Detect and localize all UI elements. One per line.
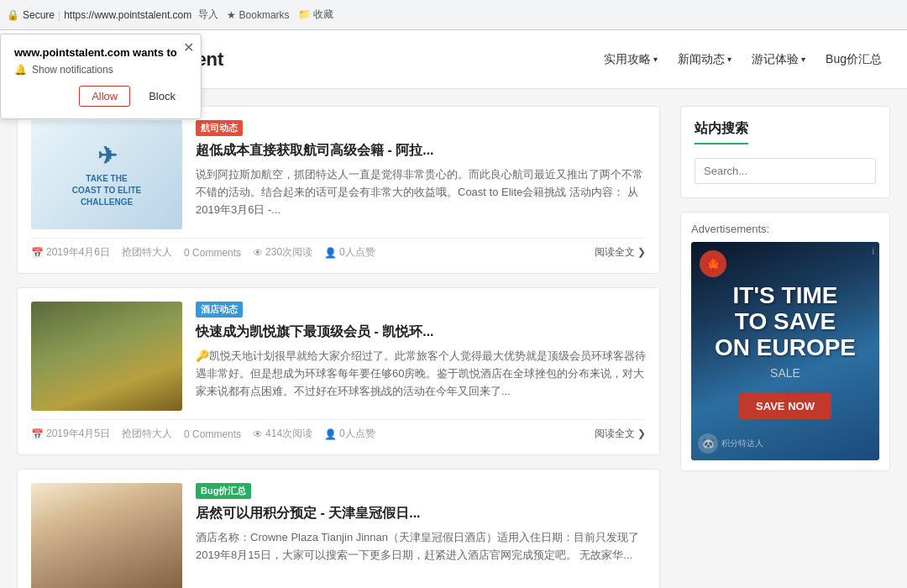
article-tag: Bug价汇总 — [196, 483, 251, 499]
bell-icon: 🔔 — [14, 64, 27, 76]
chevron-down-icon: ▾ — [801, 55, 805, 64]
article-card: Bug价汇总 居然可以用积分预定 - 天津皇冠假日... 酒店名称：Crowne… — [17, 469, 660, 588]
article-card: 酒店动态 快速成为凯悦旗下最顶级会员 - 凯悦环... 🔑凯悦天地计划很早就给大… — [17, 287, 660, 455]
article-tag: 航司动态 — [196, 120, 243, 136]
calendar-icon: 📅 — [31, 247, 44, 259]
article-views: 👁 414次阅读 — [253, 427, 312, 441]
calendar-icon: 📅 — [31, 428, 44, 440]
url-bar[interactable]: https://www.pointstalent.com — [64, 9, 191, 21]
article-title[interactable]: 居然可以用积分预定 - 天津皇冠假日... — [196, 504, 646, 522]
article-likes: 👤 0人点赞 — [324, 427, 375, 441]
content-area: ✈ TAKE THECOAST TO ELITECHALLENGE 航司动态 超… — [17, 106, 660, 588]
site-nav: 实用攻略 ▾ 新闻动态 ▾ 游记体验 ▾ Bug价汇总 — [604, 52, 882, 67]
article-tag: 酒店动态 — [196, 302, 243, 318]
eye-icon: 👁 — [253, 247, 263, 259]
sidebar: 站内搜索 Advertisements: 🍁 i IT'S TIMETO SAV… — [680, 106, 890, 588]
ad-logo-icon: 🍁 — [700, 250, 726, 277]
article-tags: Bug价汇总 — [196, 483, 646, 499]
ad-content: IT'S TIMETO SAVEON EUROPE SALE SAVE NOW — [706, 275, 864, 427]
article-body: 酒店动态 快速成为凯悦旗下最顶级会员 - 凯悦环... 🔑凯悦天地计划很早就给大… — [196, 302, 646, 411]
sidebar-search-title: 站内搜索 — [695, 120, 748, 144]
article-tags: 航司动态 — [196, 120, 646, 136]
plane-icon: ✈ — [97, 142, 117, 170]
allow-button[interactable]: Allow — [79, 86, 130, 107]
article-comments: 0 Comments — [184, 247, 241, 259]
chevron-down-icon: ▾ — [727, 55, 731, 64]
sidebar-search-widget: 站内搜索 — [680, 106, 890, 198]
article-body: Bug价汇总 居然可以用积分预定 - 天津皇冠假日... 酒店名称：Crowne… — [196, 483, 646, 588]
article-card: ✈ TAKE THECOAST TO ELITECHALLENGE 航司动态 超… — [17, 106, 660, 274]
ad-bottom-branding: 🐼 积分特达人 — [698, 433, 763, 454]
read-more-link[interactable]: 阅读全文 ❯ — [595, 245, 646, 260]
article-author: 抢团特大人 — [122, 427, 172, 441]
article-body: 航司动态 超低成本直接获取航司高级会籍 - 阿拉... 说到阿拉斯加航空，抓团特… — [196, 120, 646, 229]
article-excerpt: 酒店名称：Crowne Plaza Tianjin Jinnan（天津皇冠假日酒… — [196, 529, 646, 564]
notification-sub: 🔔 Show notifications — [14, 64, 187, 76]
article-tags: 酒店动态 — [196, 302, 646, 318]
article-footer: 📅 2019年4月5日 抢团特大人 0 Comments 👁 414次阅读 👤 … — [31, 419, 646, 441]
read-more-link[interactable]: 阅读全文 ❯ — [595, 427, 646, 441]
nav-item-travel[interactable]: 游记体验 ▾ — [752, 52, 805, 67]
favorites-label[interactable]: 📁 收藏 — [298, 8, 333, 22]
browser-secure-indicator: 🔒 Secure | https://www.pointstalent.com — [7, 9, 191, 21]
ad-sub: SALE — [715, 366, 856, 380]
article-thumbnail — [31, 302, 182, 411]
bookmarks-label[interactable]: ★ Bookmarks — [227, 9, 289, 21]
browser-bookmarks: 导入 ★ Bookmarks 📁 收藏 — [198, 8, 333, 22]
block-button[interactable]: Block — [137, 86, 187, 107]
nav-item-news[interactable]: 新闻动态 ▾ — [678, 52, 731, 67]
lock-icon: 🔒 — [7, 9, 19, 21]
article-excerpt: 🔑凯悦天地计划很早就给大家介绍过了。此常旅客个人觉得最大优势就是顶级会员环球客器… — [196, 348, 646, 400]
article-date: 📅 2019年4月5日 — [31, 427, 110, 441]
nav-item-strategies[interactable]: 实用攻略 ▾ — [604, 52, 658, 67]
article-excerpt: 说到阿拉斯加航空，抓团特达人一直是觉得非常贵心的。而此良心航司最近又推出了两个不… — [196, 166, 646, 218]
article-thumbnail: ✈ TAKE THECOAST TO ELITECHALLENGE — [31, 120, 182, 229]
ads-title: Advertisements: — [691, 223, 879, 235]
like-icon: 👤 — [324, 247, 337, 259]
article-date: 📅 2019年4月6日 — [31, 245, 110, 260]
article-title[interactable]: 超低成本直接获取航司高级会籍 - 阿拉... — [196, 141, 646, 160]
ad-bottom-icon: 🐼 — [698, 433, 718, 454]
article-thumbnail — [31, 483, 182, 588]
ad-indicator: i — [873, 247, 874, 256]
main-layout: ✈ TAKE THECOAST TO ELITECHALLENGE 航司动态 超… — [0, 89, 907, 588]
ad-cta-button[interactable]: SAVE NOW — [739, 393, 831, 419]
search-input[interactable] — [695, 158, 876, 184]
article-views: 👁 230次阅读 — [253, 245, 312, 260]
browser-chrome: 🔒 Secure | https://www.pointstalent.com … — [0, 0, 907, 30]
nav-item-bug[interactable]: Bug价汇总 — [826, 52, 882, 67]
ad-headline: IT'S TIMETO SAVEON EUROPE — [715, 283, 856, 360]
article-footer: 📅 2019年4月6日 抢团特大人 0 Comments 👁 230次阅读 👤 … — [31, 238, 646, 260]
secure-label: Secure — [23, 9, 55, 21]
article-comments: 0 Comments — [184, 428, 241, 440]
like-icon: 👤 — [324, 428, 337, 440]
notification-popup: ✕ www.pointstalent.com wants to 🔔 Show n… — [0, 34, 202, 119]
close-notification-button[interactable]: ✕ — [183, 39, 194, 55]
notification-title: www.pointstalent.com wants to — [14, 46, 187, 59]
eye-icon: 👁 — [253, 428, 263, 440]
article-likes: 👤 0人点赞 — [324, 245, 375, 260]
notification-buttons: Allow Block — [14, 86, 187, 107]
sidebar-ads-widget: Advertisements: 🍁 i IT'S TIMETO SAVEON E… — [680, 212, 890, 471]
article-title[interactable]: 快速成为凯悦旗下最顶级会员 - 凯悦环... — [196, 323, 646, 341]
article-author: 抢团特大人 — [122, 245, 172, 260]
import-label[interactable]: 导入 — [198, 8, 218, 22]
chevron-down-icon: ▾ — [653, 55, 658, 64]
ad-banner[interactable]: 🍁 i IT'S TIMETO SAVEON EUROPE SALE SAVE … — [691, 242, 879, 460]
